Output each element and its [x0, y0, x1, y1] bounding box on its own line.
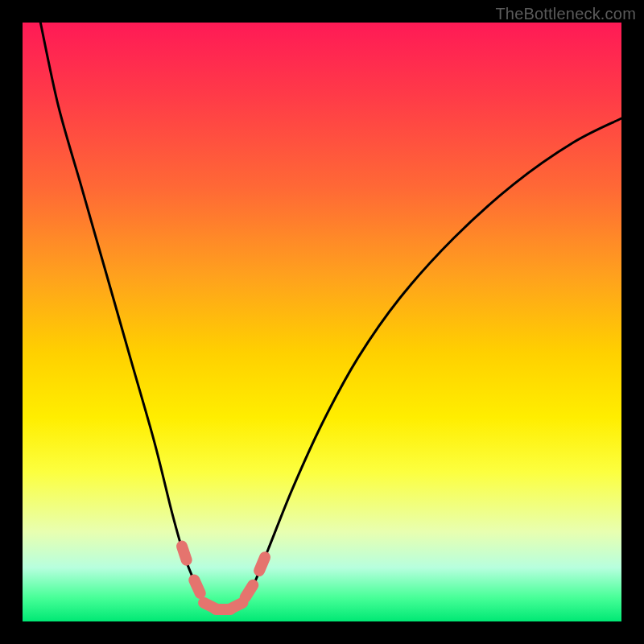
highlight-marker: [246, 585, 254, 597]
highlight-marker: [229, 603, 242, 609]
highlight-marker: [259, 557, 265, 571]
plot-area: [23, 23, 621, 621]
chart-svg: [23, 23, 621, 621]
highlight-markers: [182, 547, 265, 610]
highlight-marker: [194, 580, 200, 593]
chart-stage: TheBottleneck.com: [0, 0, 644, 644]
bottleneck-curve: [40, 23, 621, 610]
watermark-text: TheBottleneck.com: [495, 5, 636, 23]
highlight-marker: [182, 547, 187, 560]
